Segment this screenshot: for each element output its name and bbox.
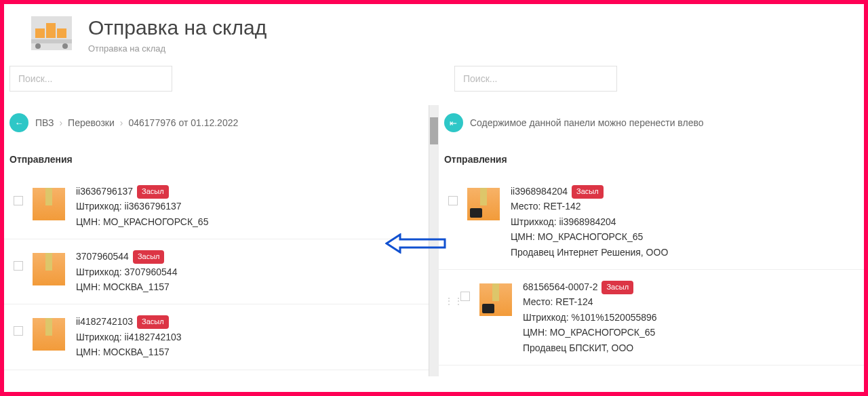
page-title: Отправка на склад <box>88 16 267 39</box>
panel-hint: Содержимое данной панели можно перенести… <box>470 117 704 128</box>
svg-rect-3 <box>31 39 72 43</box>
status-badge: Засыл <box>601 281 633 294</box>
list-item: ⋮⋮ 68156564-0007-2Засыл Место: RET-124 Ш… <box>439 270 864 365</box>
barcode-value: %101%1520055896 <box>571 312 656 323</box>
cmn-value: МОСКВА_1157 <box>103 346 170 357</box>
page-header: Отправка на склад Отправка на склад <box>4 4 864 66</box>
barcode-label: Штрихкод: <box>76 332 122 342</box>
barcode-value: ii3636796137 <box>125 201 182 212</box>
chevron-right-icon: › <box>59 117 62 128</box>
barcode-value: 3707960544 <box>125 266 178 277</box>
item-id: 3707960544 <box>76 249 129 264</box>
cmn-value: МОСКВА_1157 <box>103 281 170 292</box>
list-item: ii4182742103Засыл Штрихкод: ii4182742103… <box>4 304 429 370</box>
list-item: ii3968984204Засыл Место: RET-142 Штрихко… <box>439 174 864 270</box>
list-item: ii3636796137Засыл Штрихкод: ii3636796137… <box>4 174 429 239</box>
seller-label: Продавец <box>523 342 566 353</box>
package-icon <box>467 188 500 220</box>
seller-value: БПСКИТ, ООО <box>569 342 633 353</box>
cmn-value: МО_КРАСНОГОРСК_65 <box>550 327 656 338</box>
cmn-label: ЦМН: <box>523 327 547 338</box>
cmn-label: ЦМН: <box>76 216 100 227</box>
item-id: ii3636796137 <box>76 184 133 199</box>
crumb-order[interactable]: 046177976 от 01.12.2022 <box>128 117 238 128</box>
move-left-button[interactable]: ⇤ <box>444 113 463 132</box>
barcode-label: Штрихкод: <box>511 216 557 227</box>
svg-rect-0 <box>35 28 45 38</box>
item-checkbox[interactable] <box>448 196 458 205</box>
item-checkbox[interactable] <box>14 261 23 271</box>
place-label: Место: <box>511 201 541 212</box>
cmn-value: МО_КРАСНОГОРСК_65 <box>103 216 209 227</box>
page-subtitle: Отправка на склад <box>88 43 267 54</box>
list-item: ⋮⋮ ii4333376957Засыл Место: RET-185 Штри… <box>439 365 864 376</box>
list-item: 3707960544Засыл Штрихкод: 3707960544 ЦМН… <box>4 239 429 304</box>
barcode-label: Штрихкод: <box>76 201 122 212</box>
section-title-right: Отправления <box>439 140 864 174</box>
item-checkbox[interactable] <box>14 196 23 205</box>
barcode-value: ii3968984204 <box>559 216 616 227</box>
item-id: 68156564-0007-2 <box>523 279 598 294</box>
item-checkbox[interactable] <box>460 292 470 301</box>
seller-value: Интернет Решения, ООО <box>557 247 668 258</box>
svg-rect-1 <box>46 23 56 38</box>
cmn-label: ЦМН: <box>76 281 100 292</box>
place-value: RET-142 <box>543 201 580 212</box>
section-title-left: Отправления <box>4 140 429 174</box>
item-id: ii3968984204 <box>511 184 568 199</box>
item-checkbox[interactable] <box>14 326 23 336</box>
svg-point-5 <box>62 43 68 49</box>
status-badge: Засыл <box>137 315 169 329</box>
item-id: ii4333376957 <box>523 375 580 376</box>
back-button[interactable]: ← <box>9 113 28 132</box>
seller-label: Продавец <box>511 247 554 258</box>
package-icon <box>33 253 65 285</box>
cmn-value: МО_КРАСНОГОРСК_65 <box>538 231 644 242</box>
barcode-label: Штрихкод: <box>523 312 569 323</box>
cmn-label: ЦМН: <box>511 231 535 242</box>
panel-left: ← ПВЗ › Перевозки › 046177976 от 01.12.2… <box>4 105 429 376</box>
place-value: RET-124 <box>555 296 593 307</box>
barcode-value: ii4182742103 <box>125 332 182 342</box>
warehouse-icon <box>31 16 72 50</box>
svg-rect-2 <box>57 28 66 38</box>
search-input-left[interactable] <box>9 66 172 92</box>
barcode-label: Штрихкод: <box>76 266 122 277</box>
search-input-right[interactable] <box>454 66 617 92</box>
panel-divider[interactable] <box>429 105 439 376</box>
drag-handle-icon[interactable]: ⋮⋮ <box>444 296 454 306</box>
cmn-label: ЦМН: <box>76 346 100 357</box>
package-icon <box>479 283 512 316</box>
chevron-right-icon: › <box>120 117 123 128</box>
place-label: Место: <box>523 296 553 307</box>
svg-point-4 <box>35 43 41 49</box>
package-icon <box>33 188 65 220</box>
status-badge: Засыл <box>572 185 604 199</box>
status-badge: Засыл <box>133 250 165 264</box>
scrollbar-thumb[interactable] <box>430 117 438 144</box>
breadcrumb: ← ПВЗ › Перевозки › 046177976 от 01.12.2… <box>4 105 429 140</box>
package-icon <box>33 318 65 351</box>
item-id: ii4182742103 <box>76 314 133 329</box>
status-badge: Засыл <box>137 185 169 199</box>
crumb-pvz[interactable]: ПВЗ <box>35 117 54 128</box>
crumb-transport[interactable]: Перевозки <box>68 117 115 128</box>
panel-right: ⇤ Содержимое данной панели можно перенес… <box>439 105 864 376</box>
